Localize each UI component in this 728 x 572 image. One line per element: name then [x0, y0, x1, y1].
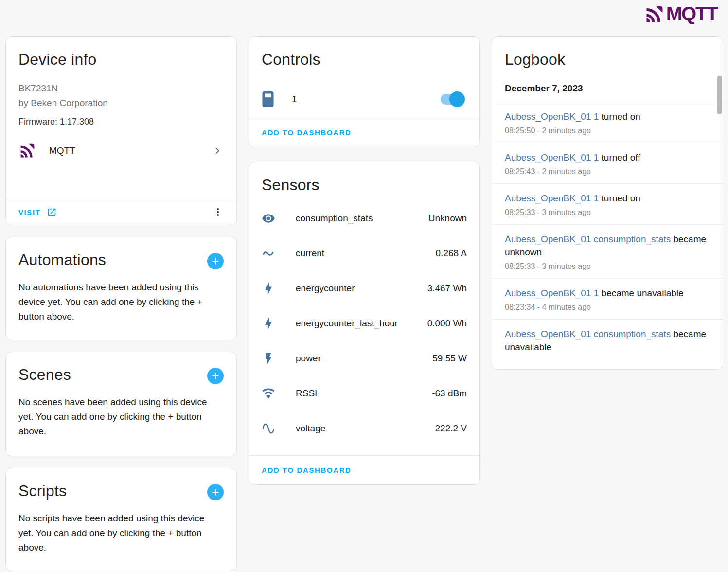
controls-title: Controls	[262, 51, 467, 69]
sensor-row-power[interactable]: power 59.55 W	[249, 341, 479, 376]
sensors-card: Sensors consumption_stats Unknown curren…	[249, 162, 480, 485]
visit-button[interactable]: VISIT	[18, 207, 57, 217]
logbook-entry: Aubess_OpenBK_01 1 turned on 08:25:33 - …	[492, 183, 723, 224]
flash-icon	[262, 352, 275, 365]
sensor-value: 222.2 V	[435, 423, 467, 434]
control-entity-label: 1	[292, 94, 297, 105]
logbook-title: Logbook	[505, 51, 710, 69]
device-model-block: BK7231N by Beken Corporation	[18, 81, 224, 110]
add-automation-button[interactable]	[207, 253, 224, 269]
logbook-entity-link[interactable]: Aubess_OpenBK_01 1	[505, 111, 599, 122]
device-info-card: Device info BK7231N by Beken Corporation…	[5, 36, 237, 225]
sensor-row-consumption-stats[interactable]: consumption_stats Unknown	[249, 201, 479, 236]
logbook-entry: Aubess_OpenBK_01 consumption_stats becam…	[492, 319, 723, 364]
sensor-value: Unknown	[428, 213, 467, 224]
logbook-time: 08:23:34 - 4 minutes ago	[505, 303, 710, 312]
device-firmware: Firmware: 1.17.308	[18, 117, 224, 127]
scenes-empty-text: No scenes have been added using this dev…	[18, 395, 224, 439]
add-to-dashboard-label: ADD TO DASHBOARD	[262, 128, 352, 137]
logbook-entry: Aubess_OpenBK_01 1 turned off 08:25:43 -…	[492, 143, 723, 183]
mqtt-logo-text: MQTT	[666, 3, 717, 25]
logbook-entry: Aubess_OpenBK_01 consumption_stats becam…	[492, 224, 723, 278]
device-manufacturer: by Beken Corporation	[18, 96, 224, 110]
sensor-name: consumption_stats	[296, 213, 373, 224]
logbook-entry: Aubess_OpenBK_01 1 became unavailable 08…	[492, 278, 723, 319]
eye-icon	[262, 212, 275, 225]
control-row: 1	[262, 80, 467, 118]
right-column: Logbook December 7, 2023 Aubess_OpenBK_0…	[492, 36, 723, 370]
device-model: BK7231N	[18, 81, 224, 96]
sensor-rows: consumption_stats Unknown current 0.268 …	[249, 201, 479, 455]
sine-wave-icon	[262, 422, 275, 435]
logbook-time: 08:25:33 - 3 minutes ago	[505, 208, 710, 217]
chevron-right-icon	[211, 144, 224, 157]
logbook-action: became unavailable	[602, 288, 684, 298]
current-ac-icon	[262, 247, 275, 260]
integration-name: MQTT	[49, 145, 75, 156]
open-in-new-icon	[47, 207, 57, 217]
dots-vertical-icon[interactable]	[212, 206, 224, 218]
sensor-name: voltage	[296, 423, 325, 434]
logbook-action: turned on	[602, 111, 640, 122]
toggle-knob	[449, 91, 465, 107]
mqtt-logo-icon	[644, 3, 665, 25]
device-card-footer: VISIT	[6, 199, 236, 225]
sensor-row-current[interactable]: current 0.268 A	[249, 236, 479, 271]
logbook-entity-link[interactable]: Aubess_OpenBK_01 1	[505, 288, 599, 298]
add-to-dashboard-label: ADD TO DASHBOARD	[262, 466, 352, 474]
logbook-time: 08:25:43 - 2 minutes ago	[505, 167, 710, 176]
logbook-action: turned on	[602, 193, 640, 203]
sensor-name: power	[296, 353, 321, 364]
logbook-entity-link[interactable]: Aubess_OpenBK_01 consumption_stats	[505, 234, 671, 244]
scripts-card: Scripts No scripts have been added using…	[5, 468, 237, 571]
logbook-card: Logbook December 7, 2023 Aubess_OpenBK_0…	[492, 36, 723, 370]
sensor-value: 59.55 W	[432, 353, 467, 364]
controls-card: Controls 1 ADD TO DASHBOARD	[249, 36, 480, 147]
plus-icon	[210, 256, 221, 267]
sensor-row-energycounter-last-hour[interactable]: energycounter_last_hour 0.000 Wh	[249, 306, 479, 341]
middle-column: Controls 1 ADD TO DASHBOARD Sensors	[249, 36, 480, 485]
visit-label: VISIT	[18, 208, 41, 216]
scripts-title: Scripts	[18, 482, 67, 500]
sensor-value: 3.467 Wh	[427, 283, 467, 294]
automations-title: Automations	[18, 251, 106, 269]
logbook-entity-link[interactable]: Aubess_OpenBK_01 1	[505, 152, 599, 162]
logbook-action: turned off	[602, 152, 640, 162]
lightning-bolt-icon	[262, 317, 275, 330]
sensor-row-energycounter[interactable]: energycounter 3.467 Wh	[249, 271, 479, 306]
logbook-scrollbar-thumb[interactable]	[717, 76, 722, 114]
sensor-row-voltage[interactable]: voltage 222.2 V	[249, 411, 479, 446]
automations-empty-text: No automations have been added using thi…	[18, 280, 224, 324]
mqtt-logo: MQTT	[644, 3, 717, 25]
controls-add-to-dashboard-button[interactable]: ADD TO DASHBOARD	[262, 128, 467, 137]
sensor-name: energycounter	[296, 283, 355, 294]
plus-icon	[210, 371, 221, 381]
add-scene-button[interactable]	[207, 368, 224, 384]
mqtt-integration-icon	[18, 142, 36, 160]
plus-icon	[210, 487, 221, 498]
scenes-card: Scenes No scenes have been added using t…	[5, 352, 237, 456]
left-column: Device info BK7231N by Beken Corporation…	[5, 36, 237, 572]
add-script-button[interactable]	[207, 484, 224, 500]
sensor-value: 0.000 Wh	[427, 318, 467, 329]
logbook-time: 08:25:33 - 3 minutes ago	[505, 262, 710, 271]
integration-row-mqtt[interactable]: MQTT	[18, 142, 224, 160]
sensor-value: 0.268 A	[436, 248, 467, 259]
sensor-value: -63 dBm	[432, 388, 467, 399]
logbook-entry: Aubess_OpenBK_01 1 turned on 08:25:50 - …	[492, 102, 723, 143]
scenes-title: Scenes	[18, 366, 71, 384]
power-socket-icon	[262, 90, 274, 108]
device-info-title: Device info	[18, 51, 224, 69]
wifi-icon	[262, 387, 275, 400]
sensor-name: current	[296, 248, 324, 259]
sensors-add-to-dashboard-button[interactable]: ADD TO DASHBOARD	[262, 466, 467, 474]
sensor-name: RSSI	[296, 388, 317, 399]
sensor-row-rssi[interactable]: RSSI -63 dBm	[249, 376, 479, 411]
automations-card: Automations No automations have been add…	[5, 237, 237, 340]
sensors-title: Sensors	[262, 176, 467, 194]
sensor-name: energycounter_last_hour	[296, 318, 398, 329]
power-toggle[interactable]	[441, 94, 463, 105]
lightning-bolt-icon	[262, 282, 275, 295]
logbook-entity-link[interactable]: Aubess_OpenBK_01 1	[505, 193, 599, 203]
logbook-entity-link[interactable]: Aubess_OpenBK_01 consumption_stats	[505, 329, 671, 339]
